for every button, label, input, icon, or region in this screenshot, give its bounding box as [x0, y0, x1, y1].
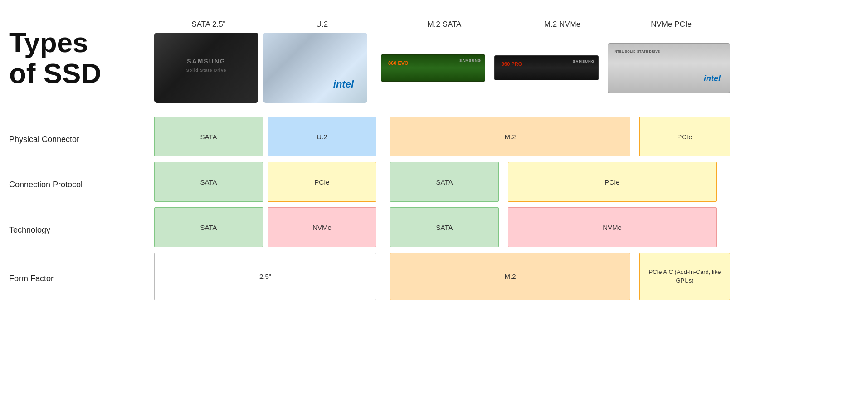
page-container: Types of SSD SATA 2.5" U.2 M.2 SATA M.2 … [0, 0, 868, 410]
row-physical-connector: SATA U.2 M.2 PCIe [150, 117, 850, 156]
header-m2nvme: M.2 NVMe [508, 20, 617, 29]
cell-physical-pcie: PCIe [639, 117, 730, 156]
cell-ff-25: 2.5" [154, 253, 376, 300]
cell-conn-m2sata: SATA [390, 162, 499, 202]
title-line2: of SSD [9, 58, 101, 89]
header-sata25: SATA 2.5" [154, 20, 263, 29]
grid-section: Physical Connector Connection Protocol T… [9, 117, 850, 305]
title-block: Types of SSD [9, 9, 150, 89]
drive-image-m2nvme [494, 55, 599, 80]
cell-ff-m2: M.2 [390, 253, 630, 300]
cell-tech-u2: NVMe [268, 207, 376, 247]
title-line1: Types [9, 27, 88, 58]
cell-physical-m2: M.2 [390, 117, 630, 156]
header-nvmepcie: NVMe PCIe [626, 20, 717, 29]
drive-image-u2 [263, 33, 367, 103]
row-form-factor: 2.5" M.2 PCIe AIC (Add-In-Card, like GPU… [150, 253, 850, 300]
top-section: Types of SSD SATA 2.5" U.2 M.2 SATA M.2 … [9, 9, 850, 103]
cell-physical-u2: U.2 [268, 117, 376, 156]
label-technology: Technology [9, 207, 150, 253]
drive-image-sata25 [154, 33, 258, 103]
cell-tech-nvme-right: NVMe [508, 207, 717, 247]
row-technology: SATA NVMe SATA NVMe [150, 207, 850, 247]
drive-image-nvmepcie [608, 43, 730, 93]
cell-ff-pcie: PCIe AIC (Add-In-Card, like GPUs) [639, 253, 730, 300]
row-labels: Physical Connector Connection Protocol T… [9, 117, 150, 305]
label-form-factor: Form Factor [9, 253, 150, 305]
images-section: SATA 2.5" U.2 M.2 SATA M.2 NVMe NVMe PCI… [150, 9, 850, 103]
drive-image-m2sata [381, 54, 485, 82]
row-connection-protocol: SATA PCIe SATA PCIe [150, 162, 850, 202]
column-headers: SATA 2.5" U.2 M.2 SATA M.2 NVMe NVMe PCI… [150, 9, 850, 33]
label-connection-protocol: Connection Protocol [9, 162, 150, 207]
drive-images [150, 33, 850, 103]
grid-content: SATA U.2 M.2 PCIe SATA PCIe SATA PCIe SA… [150, 117, 850, 305]
header-u2: U.2 [268, 20, 376, 29]
cell-conn-u2: PCIe [268, 162, 376, 202]
label-physical-connector: Physical Connector [9, 117, 150, 162]
header-m2sata: M.2 SATA [390, 20, 499, 29]
cell-tech-m2sata: SATA [390, 207, 499, 247]
cell-conn-sata25: SATA [154, 162, 263, 202]
page-title: Types of SSD [9, 27, 101, 89]
cell-tech-sata25: SATA [154, 207, 263, 247]
cell-physical-sata25: SATA [154, 117, 263, 156]
cell-conn-pcie-nvme: PCIe [508, 162, 717, 202]
